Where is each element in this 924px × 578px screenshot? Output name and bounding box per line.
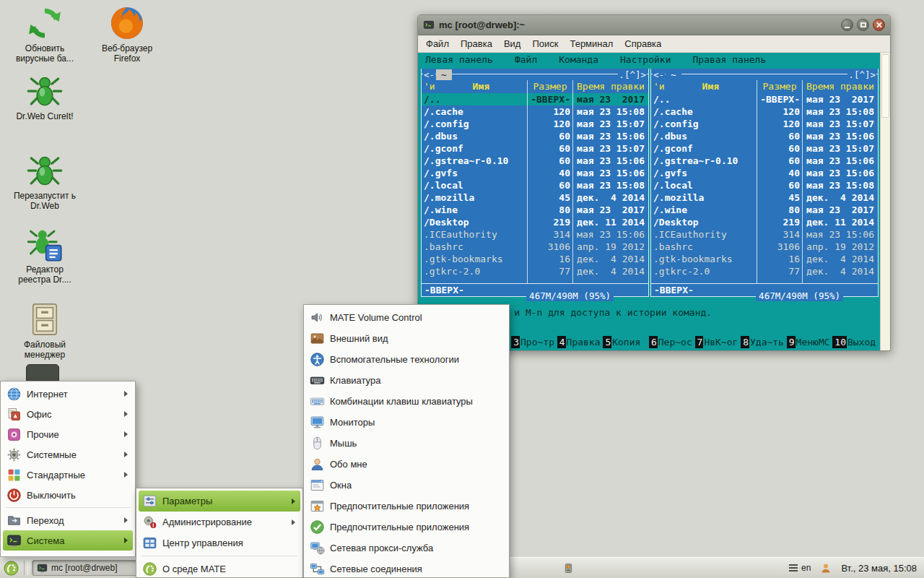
main-menu-item-power[interactable]: Выключить: [3, 485, 133, 505]
system-menu-item-sliders[interactable]: Параметры: [139, 491, 300, 512]
desktop-icon-firefox[interactable]: Веб-браузер Firefox: [92, 4, 162, 64]
file-row[interactable]: /.local60мая 23 15:08: [651, 179, 878, 191]
file-row[interactable]: /.wine80мая 23 2017: [651, 204, 878, 216]
prefs-menu-item-about-me[interactable]: Обо мне: [306, 454, 507, 475]
file-row[interactable]: /.gvfs40мая 23 15:06: [422, 167, 648, 179]
prefs-menu-item-preferred-apps-check[interactable]: Предпочтительные приложения: [306, 517, 507, 538]
desktop-icon-file-cabinet[interactable]: Файловый менеджер: [10, 301, 79, 360]
clock[interactable]: Вт., 23 мая, 15:08: [841, 563, 917, 574]
system-menu-item-control-center[interactable]: Центр управления: [139, 532, 300, 553]
file-row[interactable]: .gtkrc-2.077дек. 4 2014: [651, 265, 878, 277]
terminal-menu-view[interactable]: Вид: [498, 36, 527, 51]
file-row[interactable]: /.mozilla45дек. 4 2014: [651, 191, 878, 204]
left-panel-path[interactable]: ~: [436, 69, 452, 80]
file-row[interactable]: /Desktop219дек. 11 2014: [651, 216, 878, 228]
file-row[interactable]: /.dbus60мая 23 15:06: [651, 130, 878, 142]
fkey-6[interactable]: 6Пер~ос: [649, 336, 695, 348]
file-row[interactable]: /.local60мая 23 15:08: [422, 179, 648, 191]
fkey-3[interactable]: 3Про~тр: [511, 336, 557, 348]
prefs-menu-item-preferred-apps[interactable]: Предпочтительные приложения: [306, 496, 507, 517]
column-header-time[interactable]: Время правки: [573, 80, 648, 93]
fkey-5[interactable]: 5Копия: [603, 336, 649, 348]
window-list-handle[interactable]: [24, 561, 28, 575]
column-header-time[interactable]: Время правки: [803, 80, 878, 93]
desktop-icon-drweb-registry[interactable]: Редактор реестра Dr....: [10, 225, 79, 285]
mc-menu-right-panel[interactable]: Правая панель: [692, 54, 766, 65]
window-titlebar[interactable]: mc [root@drweb]:~: [418, 15, 890, 35]
file-row[interactable]: /.cache120мая 23 15:08: [651, 105, 878, 118]
prefs-menu-item-mouse[interactable]: Мышь: [306, 433, 507, 454]
desktop-icon-drweb-spider[interactable]: Dr.Web CureIt!: [10, 72, 79, 121]
file-row[interactable]: /.gconf60мая 23 15:07: [422, 142, 648, 155]
mc-menu-file[interactable]: Файл: [515, 54, 537, 65]
mate-menu-button[interactable]: [0, 558, 22, 578]
terminal-menu-help[interactable]: Справка: [619, 36, 667, 51]
file-row[interactable]: .gtk-bookmarks16дек. 4 2014: [651, 253, 878, 265]
file-row[interactable]: .ICEauthority314мая 23 15:06: [422, 228, 648, 241]
fkey-9[interactable]: 9МенюМС: [787, 336, 833, 348]
notification-icon[interactable]: [819, 561, 832, 574]
file-row[interactable]: .gtkrc-2.077дек. 4 2014: [422, 265, 648, 277]
left-panel-corner[interactable]: .[^]>: [618, 69, 647, 80]
main-menu-item-globe[interactable]: Интернет: [3, 384, 133, 404]
column-header-name[interactable]: Имя: [435, 80, 527, 93]
prefs-menu-item-appearance[interactable]: Внешний вид: [306, 328, 507, 349]
prefs-menu-item-keyboard-shortcuts[interactable]: Комбинации клавиш клавиатуры: [306, 391, 507, 412]
terminal-scrollbar[interactable]: [880, 53, 890, 350]
prefs-menu-item-network-connections[interactable]: Сетевые соединения: [306, 558, 507, 578]
keyboard-layout-indicator[interactable]: en: [789, 563, 811, 573]
right-panel-corner[interactable]: .[^]>: [847, 69, 876, 80]
desktop-icon-update-arrows[interactable]: Обновить вирусные ба...: [10, 4, 79, 64]
main-menu-item-system-tools[interactable]: Системные: [3, 444, 133, 465]
scrollbar-thumb[interactable]: [881, 54, 889, 118]
file-row[interactable]: /.config120мая 23 15:07: [422, 118, 648, 130]
terminal-menu-terminal[interactable]: Терминал: [564, 36, 619, 51]
file-row[interactable]: /..-ВВЕРХ-мая 23 2017: [651, 93, 878, 105]
mc-menu-left-panel[interactable]: Левая панель: [425, 54, 493, 65]
terminal-menu-edit[interactable]: Правка: [455, 36, 498, 51]
file-row[interactable]: /Desktop219дек. 11 2014: [422, 216, 648, 228]
prefs-menu-item-accessibility[interactable]: Вспомогательные технологии: [306, 349, 507, 370]
file-row[interactable]: /..-ВВЕРХ-мая 23 2017: [422, 93, 648, 105]
file-row[interactable]: .bashrc3106апр. 19 2012: [651, 241, 878, 253]
desktop-icon-drweb-spider[interactable]: Перезапустит ь Dr.Web: [10, 152, 79, 211]
mc-menu-command[interactable]: Команда: [559, 54, 598, 65]
file-row[interactable]: .gtk-bookmarks16дек. 4 2014: [422, 253, 648, 265]
file-row[interactable]: .bashrc3106апр. 19 2012: [422, 241, 648, 253]
file-row[interactable]: /.config120мая 23 15:07: [651, 118, 878, 130]
file-row[interactable]: /.gstrea~r-0.1060мая 23 15:06: [651, 155, 878, 167]
maximize-button[interactable]: [857, 19, 869, 31]
column-header-size[interactable]: Размер: [527, 80, 573, 93]
fkey-8[interactable]: 8Уда~ть: [741, 336, 787, 348]
system-menu-item-admin-tools[interactable]: Администрирование: [139, 512, 300, 532]
main-menu-item-terminal[interactable]: Система: [3, 530, 133, 551]
prefs-menu-item-volume[interactable]: MATE Volume Control: [306, 307, 507, 328]
terminal-menu-search[interactable]: Поиск: [526, 36, 564, 51]
file-row[interactable]: /.mozilla45дек. 4 2014: [422, 191, 648, 204]
mc-menu-options[interactable]: Настройки: [620, 54, 671, 65]
system-menu-item-mate-logo[interactable]: О среде MATE: [139, 558, 300, 578]
fkey-4[interactable]: 4Правка: [557, 336, 603, 348]
file-row[interactable]: /.dbus60мая 23 15:06: [422, 130, 648, 142]
close-button[interactable]: [873, 19, 885, 31]
file-row[interactable]: /.gvfs40мая 23 15:06: [651, 167, 878, 179]
column-header-size[interactable]: Размер: [757, 80, 803, 93]
main-menu-item-places[interactable]: Переход: [3, 510, 133, 530]
file-row[interactable]: /.gstrea~r-0.1060мая 23 15:06: [422, 155, 648, 167]
terminal-menu-file[interactable]: Файл: [420, 36, 455, 51]
file-row[interactable]: .ICEauthority314мая 23 15:06: [651, 228, 878, 241]
column-header-name[interactable]: Имя: [665, 80, 757, 93]
prefs-menu-item-monitors[interactable]: Мониторы: [306, 412, 507, 433]
prefs-menu-item-windows[interactable]: Окна: [306, 475, 507, 496]
main-menu-item-office[interactable]: Офис: [3, 404, 133, 424]
prefs-menu-item-keyboard[interactable]: Клавиатура: [306, 370, 507, 391]
right-panel-path[interactable]: ~: [666, 69, 681, 80]
minimize-button[interactable]: [841, 19, 853, 31]
prefs-menu-item-network-proxy[interactable]: Сетевая прокси-служба: [306, 538, 507, 558]
main-menu-item-misc-apps[interactable]: Прочие: [3, 424, 133, 444]
fkey-10[interactable]: 10Выход: [832, 336, 879, 348]
file-row[interactable]: /.gconf60мая 23 15:07: [651, 142, 878, 155]
file-row[interactable]: /.wine80мая 23 2017: [422, 204, 648, 216]
taskbar-window-button[interactable]: mc [root@drweb]: [32, 560, 140, 576]
file-row[interactable]: /.cache120мая 23 15:08: [422, 105, 648, 118]
